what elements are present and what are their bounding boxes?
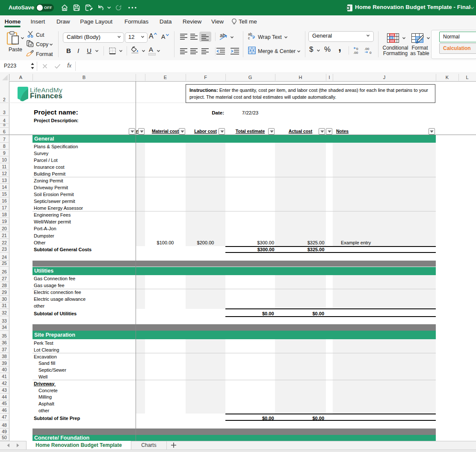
svg-text:.00: .00	[353, 51, 358, 55]
svg-text:.00: .00	[364, 47, 370, 51]
svg-text:0: 0	[370, 51, 372, 55]
svg-text:0: 0	[356, 47, 358, 51]
